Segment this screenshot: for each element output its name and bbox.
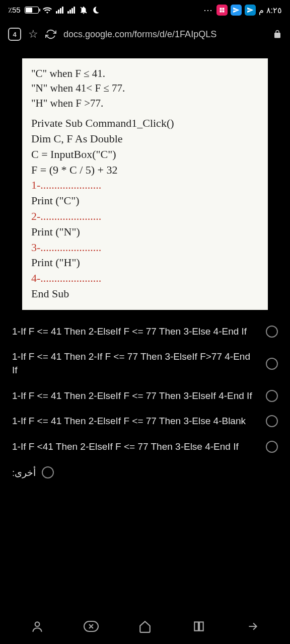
bell-off-icon: [79, 6, 88, 15]
browser-url-bar: 4 ☆ docs.google.com/forms/d/e/1FAIpQLS: [0, 20, 290, 48]
code-line: Print ("C"): [31, 193, 259, 209]
wifi-icon: [43, 7, 52, 14]
radio-option[interactable]: 1-If F <= 41 Then 2-ElseIf F <= 77 Then …: [12, 319, 278, 345]
svg-rect-2: [223, 8, 225, 10]
telegram-badge: [245, 5, 256, 16]
nav-close-tabs-button[interactable]: [83, 618, 99, 634]
blank-line: 4-......................: [31, 271, 259, 286]
code-line: C = InputBox("C"): [31, 147, 259, 163]
bottom-nav-bar: [0, 609, 290, 644]
more-icon: ⋯: [203, 5, 213, 16]
svg-point-5: [35, 622, 39, 626]
blank-line: 3-......................: [31, 240, 259, 256]
blank-line: 2-......................: [31, 209, 259, 224]
moon-icon: [92, 6, 101, 15]
question-code-image: "C" when F ≤ 41. "N" when 41< F ≤ 77. "H…: [22, 58, 268, 310]
nav-forward-button[interactable]: [245, 618, 261, 634]
other-label: أخرى:: [12, 467, 36, 478]
blank-line: 1-......................: [31, 178, 259, 193]
status-right: ⋯ ٨:٢٥ م: [203, 5, 282, 16]
nav-book-button[interactable]: [191, 618, 207, 634]
radio-circle-icon: [266, 326, 278, 338]
code-line: Dim C, F As Double: [31, 131, 259, 147]
nav-profile-button[interactable]: [29, 618, 45, 634]
radio-circle-icon: [266, 358, 278, 370]
option-text: 1-If F <= 41 Then 2-If F <= 77 Then 3-El…: [12, 350, 258, 377]
app-badge-2: [231, 5, 242, 16]
option-text: 1-If F <41 Then 2-ElseIf F <= 77 Then 3-…: [12, 440, 258, 454]
signal-icon-2: [67, 7, 75, 14]
status-left: ٪55: [8, 6, 101, 15]
code-line: Private Sub Command1_Click(): [31, 116, 259, 131]
nav-home-button[interactable]: [137, 618, 153, 634]
code-line: End Sub: [31, 286, 259, 302]
radio-option[interactable]: 1-If F <= 41 Then 2-ElseIf F <= 77 Then …: [12, 383, 278, 409]
radio-circle-icon: [266, 390, 278, 402]
form-content: "C" when F ≤ 41. "N" when 41< F ≤ 77. "H…: [0, 48, 290, 609]
radio-option[interactable]: 1-If F <= 41 Then 2-If F <= 77 Then 3-El…: [12, 344, 278, 383]
option-text: 1-If F <= 41 Then 2-ElseIf F <= 77 Then …: [12, 415, 258, 428]
radio-circle-icon: [266, 441, 278, 453]
battery-percent: ٪55: [8, 6, 21, 15]
code-line: F = (9 * C / 5) + 32: [31, 163, 259, 178]
url-text[interactable]: docs.google.com/forms/d/e/1FAIpQLS: [63, 29, 266, 40]
option-text: 1-If F <= 41 Then 2-ElseIf F <= 77 Then …: [12, 389, 258, 403]
bookmark-star-icon[interactable]: ☆: [28, 28, 38, 41]
rule-line: "H" when F >77.: [31, 96, 259, 111]
reload-icon[interactable]: [45, 29, 56, 40]
code-line: Print ("H"): [31, 255, 259, 271]
radio-circle-icon: [266, 415, 278, 427]
rule-line: "N" when 41< F ≤ 77.: [31, 81, 259, 96]
radio-option[interactable]: 1-If F <41 Then 2-ElseIf F <= 77 Then 3-…: [12, 434, 278, 460]
svg-rect-3: [220, 11, 222, 13]
radio-option[interactable]: 1-If F <= 41 Then 2-ElseIf F <= 77 Then …: [12, 409, 278, 434]
app-badge-1: [216, 5, 228, 16]
radio-circle-icon: [42, 466, 54, 478]
tab-count-button[interactable]: 4: [8, 28, 21, 41]
battery-icon: [25, 7, 39, 14]
code-line: Print ("N"): [31, 224, 259, 240]
option-text: 1-If F <= 41 Then 2-ElseIf F <= 77 Then …: [12, 325, 258, 339]
svg-rect-1: [220, 8, 222, 10]
signal-icon: [56, 7, 63, 14]
lock-icon: [273, 30, 282, 39]
svg-rect-4: [223, 11, 225, 13]
clock-time: ٨:٢٥ م: [259, 6, 282, 15]
status-bar: ٪55 ⋯ ٨:٢٥ م: [0, 0, 290, 20]
radio-option-other[interactable]: أخرى:: [12, 459, 278, 486]
rule-line: "C" when F ≤ 41.: [31, 66, 259, 81]
